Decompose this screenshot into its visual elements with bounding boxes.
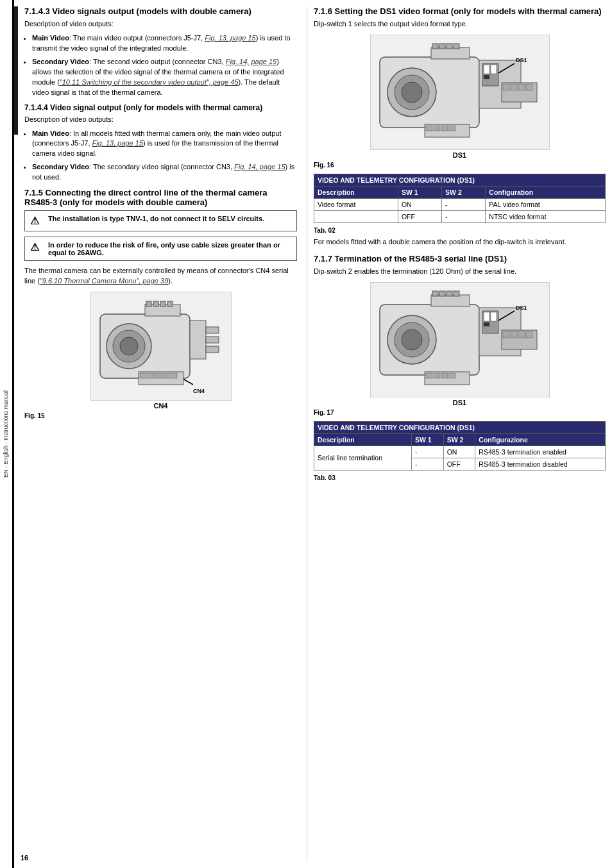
- section-717-intro: Dip-switch 2 enables the termination (12…: [314, 267, 606, 277]
- svg-rect-20: [171, 373, 177, 378]
- table-717: VIDEO AND TELEMETRY CONFIGURATION (DS1) …: [314, 421, 606, 471]
- section-716-title: 7.1.6 Setting the DS1 video format (only…: [314, 6, 606, 16]
- svg-rect-69: [426, 373, 432, 378]
- section-717-title: 7.1.7 Termination of the RS485-3 serial …: [314, 254, 606, 263]
- warning-text-2: In order to reduce the risk of fire, onl…: [48, 241, 291, 256]
- svg-rect-39: [511, 84, 517, 90]
- svg-rect-26: [432, 44, 438, 49]
- svg-rect-5: [146, 301, 151, 306]
- svg-text:CN4: CN4: [193, 388, 205, 394]
- svg-rect-40: [518, 84, 525, 90]
- svg-rect-7: [160, 301, 166, 306]
- fig14-link-2[interactable]: Fig. 14, page 15: [234, 163, 285, 171]
- table-row: OFF - NTSC video format: [314, 210, 606, 222]
- cn4-label: CN4: [24, 402, 297, 410]
- svg-rect-45: [441, 126, 448, 131]
- svg-rect-70: [434, 373, 440, 378]
- warning-text-1: The installation is type TNV-1, do not c…: [48, 215, 264, 222]
- svg-rect-58: [484, 312, 489, 321]
- cell-sw1-1: ON: [398, 198, 441, 210]
- fig-15-container: CN4 CN4 Fig. 15: [24, 292, 297, 419]
- svg-rect-38: [503, 84, 509, 90]
- secondary-video-bold-1: Secondary Video: [32, 58, 89, 65]
- col-desc-716: Description: [314, 186, 398, 198]
- section-715-desc: The thermal camera can be externally con…: [24, 266, 297, 287]
- fig-16-label: Fig. 16: [314, 162, 606, 169]
- cell-desc-3: Serial line termination: [314, 446, 412, 470]
- page: EN - English - Instructions manual 7.1.4…: [0, 0, 612, 868]
- cell-sw2-2: -: [442, 210, 486, 222]
- fig13-link-2[interactable]: Fig. 13, page 15: [92, 139, 144, 147]
- list-item-main-video-1: Main Video: The main video output (conne…: [32, 33, 297, 54]
- fig-17-label: Fig. 17: [314, 409, 606, 416]
- fig-15-label: Fig. 15: [24, 412, 297, 419]
- col-sw2-717: SW 2: [443, 433, 475, 446]
- svg-rect-25: [431, 47, 470, 59]
- svg-rect-43: [426, 126, 432, 131]
- fig-16-image: DS1: [370, 35, 550, 150]
- svg-rect-64: [503, 331, 509, 338]
- ds1-label-16: DS1: [314, 151, 606, 159]
- page-number: 16: [21, 854, 28, 862]
- svg-rect-41: [526, 84, 532, 90]
- col-config-716: Configuration: [486, 186, 606, 198]
- camera-illustration-15: CN4: [94, 295, 228, 397]
- section-743-title: 7.1.4.3 Video signals output (models wit…: [24, 6, 297, 16]
- svg-rect-60: [484, 322, 489, 326]
- col-desc-717: Description: [314, 433, 412, 446]
- left-column: 7.1.4.3 Video signals output (models wit…: [24, 6, 307, 862]
- cell-conf-3: RS485-3 termination enabled: [475, 446, 606, 458]
- svg-rect-11: [206, 337, 219, 343]
- section-744-list: Main Video: In all models fitted with th…: [32, 129, 297, 183]
- svg-rect-9: [190, 321, 206, 359]
- svg-rect-12: [206, 346, 219, 353]
- cell-conf-4: RS485-3 termination disabled: [475, 458, 606, 470]
- section-716-note: For models fitted with a double camera t…: [314, 237, 606, 247]
- fig13-link-1[interactable]: Fig. 13, page 15: [205, 34, 256, 42]
- thermal-camera-menu-link[interactable]: "9.6.10 Thermal Camera Menu", page 39: [40, 277, 168, 285]
- section-743-intro: Description of video outputs:: [24, 19, 297, 29]
- main-video-bold-1: Main Video: [32, 34, 69, 42]
- warning-icon-1: ⚠: [30, 215, 43, 227]
- svg-text:DS1: DS1: [516, 305, 527, 311]
- svg-point-3: [120, 337, 138, 355]
- tab-02-label: Tab. 02: [314, 227, 606, 234]
- svg-rect-6: [153, 301, 158, 306]
- fig-15-image: CN4: [90, 292, 232, 401]
- svg-rect-51: [431, 295, 470, 306]
- cell-conf-1: PAL video format: [486, 198, 606, 210]
- svg-rect-72: [449, 373, 455, 378]
- svg-text:DS1: DS1: [516, 57, 527, 63]
- section-1011-link[interactable]: "10.11 Switching of the secondary video …: [60, 78, 239, 86]
- col-sw1-717: SW 1: [411, 433, 443, 446]
- svg-rect-8: [167, 301, 173, 306]
- main-content: 7.1.4.3 Video signals output (models wit…: [18, 0, 612, 868]
- svg-rect-46: [449, 126, 455, 131]
- cell-sw1-3: -: [411, 446, 443, 458]
- cell-sw1-4: -: [411, 458, 443, 470]
- col-sw1-716: SW 1: [398, 186, 441, 198]
- main-video-bold-2: Main Video: [32, 129, 69, 137]
- svg-rect-19: [163, 373, 169, 378]
- svg-rect-59: [491, 312, 497, 321]
- list-item-main-video-2: Main Video: In all models fitted with th…: [32, 129, 297, 160]
- svg-rect-18: [155, 373, 162, 378]
- table-row: Serial line termination - ON RS485-3 ter…: [314, 446, 606, 458]
- cell-sw2-1: -: [442, 198, 486, 210]
- col-sw2-716: SW 2: [442, 186, 486, 198]
- fig-17-container: DS1 DS1: [314, 282, 606, 416]
- svg-rect-53: [439, 291, 445, 296]
- section-715-title: 7.1.5 Connecting the direct control line…: [24, 188, 297, 207]
- list-item-secondary-video-1: Secondary Video: The second video output…: [32, 57, 297, 98]
- cell-desc-2: [314, 210, 398, 222]
- fig14-link-1[interactable]: Fig. 14, page 15: [226, 58, 277, 65]
- table-row: Video format ON - PAL video format: [314, 198, 606, 210]
- svg-rect-10: [206, 327, 219, 333]
- secondary-video-bold-2: Secondary Video: [32, 163, 89, 171]
- warning-box-1: ⚠ The installation is type TNV-1, do not…: [24, 210, 297, 231]
- fig-17-image: DS1: [370, 282, 550, 397]
- section-743-list: Main Video: The main video output (conne…: [32, 33, 297, 98]
- cell-sw1-2: OFF: [398, 210, 441, 222]
- right-column: 7.1.6 Setting the DS1 video format (only…: [307, 6, 606, 862]
- svg-rect-28: [446, 44, 452, 49]
